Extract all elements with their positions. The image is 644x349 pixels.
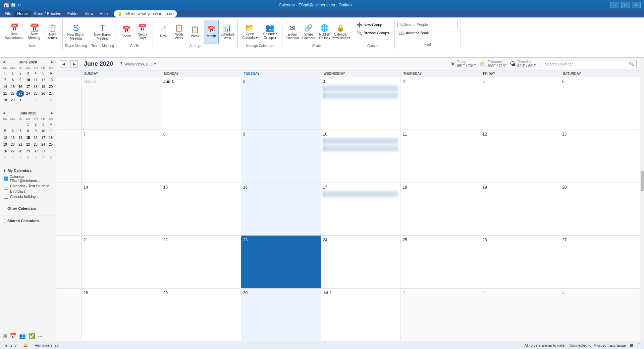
shared-calendars-checkbox[interactable] [3, 219, 6, 222]
mini-day[interactable]: 3 [40, 121, 47, 128]
cal-day-4[interactable]: 4 [400, 77, 480, 130]
week-view-button[interactable]: 📋 Week [188, 20, 203, 44]
menu-view[interactable]: View [82, 11, 96, 17]
address-book-button[interactable]: 📖 Address Book [397, 30, 458, 36]
publish-online-button[interactable]: 🌐 PublishOnline▾ [317, 20, 332, 44]
cal-day-19[interactable]: 19 [480, 183, 560, 235]
mini-day[interactable]: 2 [32, 97, 40, 104]
mail-nav-icon[interactable]: ✉ [3, 333, 7, 339]
mini-day[interactable]: 7 [16, 128, 24, 135]
quick-access-refresh[interactable]: 🔄 [11, 3, 16, 7]
other-calendars-checkbox[interactable] [3, 207, 6, 210]
cal-day-20[interactable]: 20 [560, 183, 640, 235]
canada-holidays-checkbox[interactable] [4, 195, 8, 199]
mini-day[interactable]: 9 [16, 77, 24, 84]
mini-day[interactable]: 16 [32, 135, 40, 141]
calendar-canada[interactable]: Canada holidays [3, 194, 53, 199]
menu-home[interactable]: Home [14, 11, 31, 17]
mini-day[interactable]: 22 [9, 90, 17, 97]
mini-day[interactable]: 30 [16, 97, 24, 104]
mini-day[interactable]: 18 [32, 84, 40, 90]
mini-day[interactable]: 14 [16, 135, 24, 141]
mini-day[interactable]: 3 [24, 70, 32, 77]
next-month-button[interactable]: ▶ [49, 60, 55, 64]
calendar-test-student[interactable]: Calendar - Test Student [3, 183, 53, 189]
new-group-button[interactable]: ➕ New Group [355, 21, 390, 28]
menu-folder[interactable]: Folder [65, 11, 82, 17]
mini-day[interactable]: 25 [32, 90, 40, 97]
new-teams-meeting-button[interactable]: T New TeamsMeeting [92, 20, 114, 44]
mini-day[interactable]: 24 [40, 141, 47, 148]
next-month-july-button[interactable]: ▶ [49, 111, 55, 115]
minimize-button[interactable]: ─ [610, 2, 619, 8]
menu-send-receive[interactable]: Send / Receive [31, 11, 64, 17]
mini-day[interactable]: 29 [9, 97, 17, 104]
mini-day[interactable]: 31 [1, 70, 9, 77]
cal-day-27[interactable]: 27 [560, 236, 640, 288]
mini-day[interactable]: 19 [1, 141, 9, 148]
mini-day[interactable]: 1 [9, 70, 17, 77]
mini-day[interactable]: 15 [24, 135, 32, 141]
mini-day[interactable]: 10 [40, 128, 47, 135]
cal-day-28[interactable]: 28 [82, 289, 161, 341]
cal-day-15[interactable]: 15 [161, 183, 241, 235]
mini-day[interactable]: 20 [9, 141, 17, 148]
mini-day[interactable]: 2 [32, 121, 40, 128]
mini-day[interactable]: 30 [32, 148, 40, 155]
scrollbar-thumb[interactable] [641, 171, 644, 191]
cal-next-button[interactable]: ▶ [70, 60, 78, 68]
mini-day[interactable]: 9 [32, 128, 40, 135]
cal-day-24[interactable]: 24 [321, 236, 401, 288]
cal-day-3[interactable]: 3 [321, 77, 401, 130]
calendar-permissions-button[interactable]: 🔒 CalendarPermissions [333, 20, 348, 44]
mini-day[interactable]: 7 [1, 77, 9, 84]
mini-day[interactable]: 4 [47, 121, 55, 128]
close-button[interactable]: ✕ [632, 2, 641, 8]
mini-day[interactable]: 6 [9, 128, 17, 135]
mini-day[interactable]: 12 [1, 135, 9, 141]
cal-day-25[interactable]: 25 [400, 236, 480, 288]
mini-day[interactable]: 28 [16, 148, 24, 155]
calendar-groups-button[interactable]: 👥 CalendarGroups▾ [261, 20, 279, 44]
prev-month-july-button[interactable]: ◀ [1, 111, 7, 115]
mini-day[interactable]: 2 [16, 70, 24, 77]
prev-month-button[interactable]: ◀ [1, 60, 7, 64]
tell-me-input[interactable]: 💡 Tell me what you want to do [114, 10, 177, 17]
new-appointment-button[interactable]: 📅 NewAppointment [5, 20, 23, 44]
cal-day-22[interactable]: 22 [161, 236, 241, 288]
more-nav-icon[interactable]: ··· [38, 333, 42, 339]
mini-day[interactable]: 29 [24, 148, 32, 155]
quick-access-undo[interactable]: ↩ [18, 3, 21, 7]
restore-button[interactable]: ❐ [621, 2, 630, 8]
mini-day[interactable]: 13 [47, 77, 55, 84]
test-student-checkbox[interactable] [4, 184, 8, 188]
new-items-button[interactable]: 📋 NewItems▾ [45, 20, 60, 44]
mini-day[interactable]: 26 [1, 148, 9, 155]
cal-day-23-today[interactable]: 23 [241, 236, 321, 288]
cal-day-jul1[interactable]: Jul 1 [321, 289, 401, 341]
mini-day[interactable]: 3 [40, 97, 47, 104]
cal-day-18[interactable]: 18 [400, 183, 480, 235]
location-dropdown-icon[interactable]: ▾ [154, 62, 156, 66]
mini-day[interactable]: 4 [47, 97, 55, 104]
mini-day[interactable]: 27 [47, 90, 55, 97]
mini-day[interactable]: 21 [16, 141, 24, 148]
mini-day[interactable]: 5 [1, 128, 9, 135]
mini-day[interactable]: 4 [32, 70, 40, 77]
menu-file[interactable]: File [2, 11, 14, 17]
search-people-input[interactable] [404, 22, 456, 27]
cal-day-jul4[interactable]: 4 [560, 289, 640, 341]
mini-day[interactable]: 1 [24, 97, 32, 104]
people-nav-icon[interactable]: 👥 [19, 333, 26, 339]
mini-day[interactable]: 13 [9, 135, 17, 141]
cal-day-8[interactable]: 8 [161, 130, 241, 182]
scrollbar[interactable] [640, 58, 644, 341]
mini-day[interactable]: 6 [47, 70, 55, 77]
cal-day-21[interactable]: 21 [82, 236, 161, 288]
cal-day-may31[interactable]: May 31 [82, 77, 161, 130]
workweek-view-button[interactable]: 📋 WorkWeek [172, 20, 186, 44]
mini-day[interactable]: 17 [24, 84, 32, 90]
mini-day[interactable]: 20 [47, 84, 55, 90]
cal-day-17[interactable]: 17 [321, 183, 401, 235]
mini-day-today[interactable]: 23 [16, 90, 24, 97]
